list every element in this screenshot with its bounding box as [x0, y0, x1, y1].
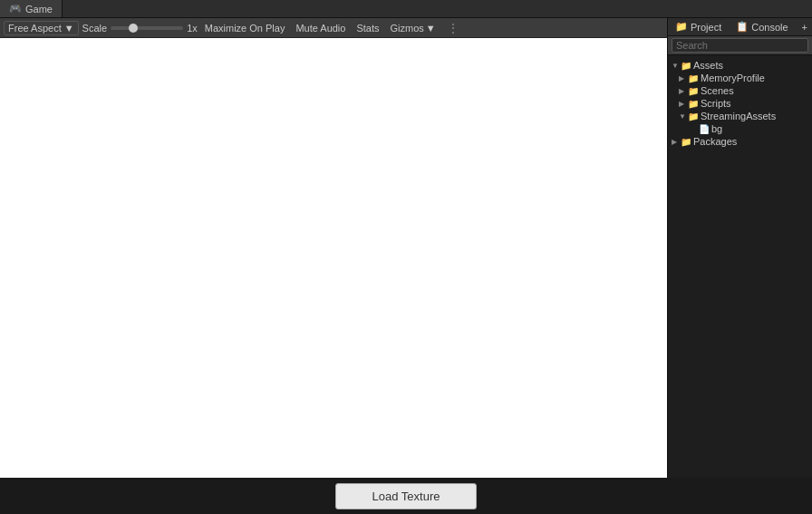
- streaming-assets-arrow-icon: ▼: [679, 112, 686, 121]
- folder-tab-icon: 📁: [675, 21, 688, 33]
- tree-item-streaming-assets[interactable]: ▼ 📁 StreamingAssets: [668, 110, 812, 122]
- add-button[interactable]: +: [796, 18, 812, 36]
- project-tab-label: Project: [691, 22, 721, 33]
- gizmos-button[interactable]: Gizmos ▼: [387, 22, 440, 34]
- tab-actions: + ⋮: [796, 18, 812, 35]
- assets-label: Assets: [693, 60, 723, 71]
- mute-label: Mute Audio: [295, 23, 345, 34]
- gizmos-chevron-icon: ▼: [426, 23, 436, 34]
- stats-button[interactable]: Stats: [353, 22, 382, 34]
- top-tab-bar: 🎮 Game: [0, 0, 812, 18]
- bg-label: bg: [711, 123, 722, 134]
- console-tab[interactable]: 📋 Console: [729, 18, 795, 35]
- console-tab-label: Console: [751, 22, 788, 33]
- file-tree: ▼ 📁 Assets ▶ 📁 MemoryProfile ▶ 📁 Scenes …: [668, 55, 812, 514]
- aspect-label: Free Aspect: [8, 23, 62, 34]
- assets-arrow-icon: ▼: [672, 62, 679, 70]
- more-options-button[interactable]: ⋮: [443, 21, 463, 35]
- right-panel: 📁 Project 📋 Console + ⋮ ▼ 📁 Assets: [667, 18, 812, 514]
- game-canvas: [0, 38, 667, 514]
- game-tab-icon: 🎮: [9, 3, 22, 15]
- tree-item-assets[interactable]: ▼ 📁 Assets: [668, 59, 812, 72]
- game-tab[interactable]: 🎮 Game: [0, 0, 63, 17]
- console-tab-icon: 📋: [736, 21, 749, 33]
- scripts-folder-icon: 📁: [688, 99, 699, 109]
- memory-profile-arrow-icon: ▶: [679, 74, 686, 82]
- game-toolbar: Free Aspect ▼ Scale 1x Maximize On Play …: [0, 18, 667, 38]
- search-input[interactable]: [672, 38, 808, 53]
- memory-profile-label: MemoryProfile: [701, 73, 765, 83]
- mute-audio-button[interactable]: Mute Audio: [292, 22, 349, 34]
- game-tab-label: Game: [25, 4, 53, 15]
- scenes-arrow-icon: ▶: [679, 87, 686, 95]
- tree-item-scripts[interactable]: ▶ 📁 Scripts: [668, 97, 812, 110]
- right-tab-bar: 📁 Project 📋 Console + ⋮: [668, 18, 812, 36]
- main-area: Free Aspect ▼ Scale 1x Maximize On Play …: [0, 18, 812, 514]
- memory-profile-folder-icon: 📁: [688, 73, 699, 83]
- tree-item-bg[interactable]: 📄 bg: [668, 122, 812, 135]
- aspect-dropdown[interactable]: Free Aspect ▼: [4, 21, 79, 35]
- packages-label: Packages: [693, 136, 737, 147]
- bottom-bar: Load Texture: [0, 478, 812, 514]
- streaming-assets-label: StreamingAssets: [701, 111, 776, 121]
- assets-folder-icon: 📁: [681, 61, 691, 71]
- scenes-label: Scenes: [701, 85, 734, 96]
- search-bar: [668, 36, 812, 55]
- tree-item-scenes[interactable]: ▶ 📁 Scenes: [668, 84, 812, 97]
- load-texture-button[interactable]: Load Texture: [335, 483, 478, 509]
- scale-value: 1x: [187, 23, 198, 34]
- scale-label: Scale: [82, 23, 108, 34]
- maximize-label: Maximize On Play: [205, 23, 285, 34]
- stats-label: Stats: [356, 23, 379, 34]
- scenes-folder-icon: 📁: [688, 86, 699, 96]
- streaming-assets-folder-icon: 📁: [688, 112, 699, 121]
- scale-slider[interactable]: [111, 26, 183, 30]
- packages-arrow-icon: ▶: [672, 138, 679, 146]
- aspect-chevron-icon: ▼: [64, 23, 74, 34]
- scale-thumb: [129, 24, 138, 33]
- project-tab[interactable]: 📁 Project: [668, 18, 729, 35]
- scripts-arrow-icon: ▶: [679, 100, 686, 108]
- gizmos-label: Gizmos: [391, 23, 424, 34]
- tree-item-memory-profile[interactable]: ▶ 📁 MemoryProfile: [668, 72, 812, 84]
- tree-item-packages[interactable]: ▶ 📁 Packages: [668, 135, 812, 148]
- packages-folder-icon: 📁: [681, 137, 691, 147]
- scale-container: Scale 1x: [82, 23, 198, 34]
- scripts-label: Scripts: [701, 98, 731, 109]
- game-panel: Free Aspect ▼ Scale 1x Maximize On Play …: [0, 18, 667, 514]
- bg-file-icon: 📄: [699, 124, 710, 134]
- maximize-on-play-button[interactable]: Maximize On Play: [201, 22, 289, 34]
